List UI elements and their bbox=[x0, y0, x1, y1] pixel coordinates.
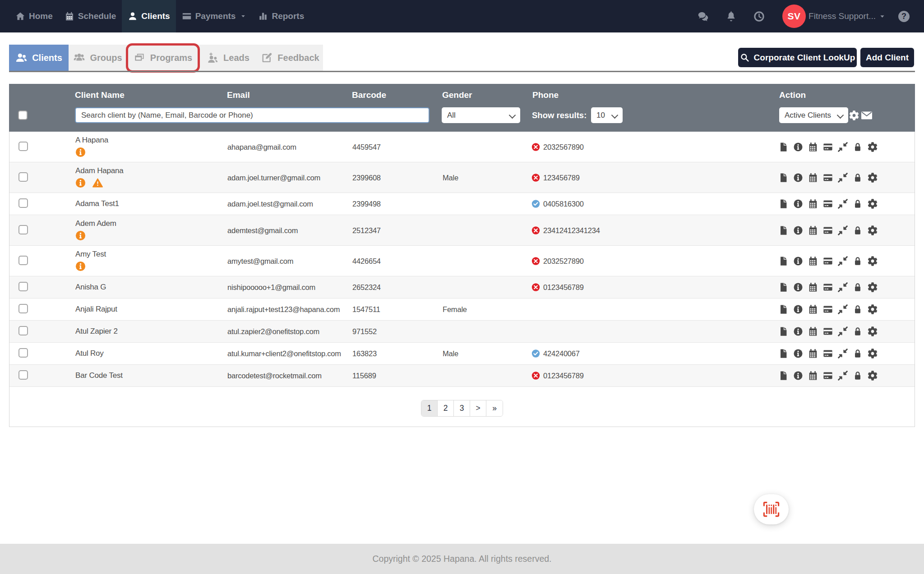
gear-icon[interactable] bbox=[868, 173, 878, 183]
select-all-checkbox[interactable] bbox=[18, 110, 28, 120]
row-checkbox[interactable] bbox=[18, 172, 28, 182]
calendar-icon[interactable] bbox=[808, 225, 818, 235]
compress-icon[interactable] bbox=[838, 304, 848, 314]
credit-card-icon[interactable] bbox=[823, 173, 833, 183]
credit-card-icon[interactable] bbox=[823, 256, 833, 266]
row-checkbox[interactable] bbox=[18, 326, 28, 335]
file-icon[interactable] bbox=[778, 349, 788, 358]
tab-clients[interactable]: Clients bbox=[9, 45, 69, 71]
nav-item-schedule[interactable]: Schedule bbox=[59, 0, 122, 32]
gear-icon[interactable] bbox=[868, 349, 878, 358]
lock-icon[interactable] bbox=[853, 349, 863, 358]
clock-icon[interactable] bbox=[753, 11, 765, 22]
credit-card-icon[interactable] bbox=[823, 349, 833, 358]
gear-icon[interactable] bbox=[868, 304, 878, 314]
row-checkbox[interactable] bbox=[18, 142, 28, 151]
add-client-button[interactable]: Add Client bbox=[860, 48, 914, 67]
file-icon[interactable] bbox=[778, 173, 788, 183]
notifications-bell-icon[interactable] bbox=[725, 11, 737, 22]
info-icon[interactable] bbox=[793, 256, 803, 266]
compress-icon[interactable] bbox=[838, 225, 848, 235]
compress-icon[interactable] bbox=[838, 326, 848, 336]
client-name[interactable]: Anisha G bbox=[75, 283, 106, 292]
info-badge-icon[interactable] bbox=[75, 178, 86, 188]
page->[interactable]: > bbox=[470, 400, 486, 416]
corporate-client-lookup-button[interactable]: Corporate Client LookUp bbox=[738, 48, 857, 67]
page-3[interactable]: 3 bbox=[454, 400, 470, 416]
barcode-scan-fab[interactable] bbox=[754, 494, 789, 524]
credit-card-icon[interactable] bbox=[823, 225, 833, 235]
compress-icon[interactable] bbox=[838, 199, 848, 209]
gear-icon[interactable] bbox=[868, 371, 878, 381]
user-menu[interactable]: Fitness Support... bbox=[808, 11, 876, 21]
settings-gear-icon[interactable] bbox=[849, 110, 859, 120]
calendar-icon[interactable] bbox=[808, 256, 818, 266]
lock-icon[interactable] bbox=[853, 304, 863, 314]
lock-icon[interactable] bbox=[853, 326, 863, 336]
compress-icon[interactable] bbox=[838, 282, 848, 292]
compress-icon[interactable] bbox=[838, 256, 848, 266]
messages-icon[interactable] bbox=[698, 11, 709, 22]
gear-icon[interactable] bbox=[868, 326, 878, 336]
file-icon[interactable] bbox=[778, 142, 788, 152]
client-name[interactable]: Adem Adem bbox=[75, 219, 116, 228]
client-name[interactable]: Bar Code Test bbox=[75, 371, 123, 380]
credit-card-icon[interactable] bbox=[823, 326, 833, 336]
tab-leads[interactable]: Leads bbox=[199, 45, 257, 71]
row-checkbox[interactable] bbox=[18, 304, 28, 313]
info-icon[interactable] bbox=[793, 304, 803, 314]
calendar-icon[interactable] bbox=[808, 304, 818, 314]
client-status-select[interactable]: Active Clients bbox=[779, 107, 848, 123]
compress-icon[interactable] bbox=[838, 142, 848, 152]
row-checkbox[interactable] bbox=[18, 370, 28, 380]
info-icon[interactable] bbox=[793, 349, 803, 358]
email-envelope-icon[interactable] bbox=[861, 110, 873, 121]
info-icon[interactable] bbox=[793, 199, 803, 209]
client-name[interactable]: Adama Test1 bbox=[75, 199, 119, 208]
credit-card-icon[interactable] bbox=[823, 199, 833, 209]
info-badge-icon[interactable] bbox=[75, 230, 86, 241]
info-badge-icon[interactable] bbox=[75, 261, 86, 271]
compress-icon[interactable] bbox=[838, 349, 848, 358]
row-checkbox[interactable] bbox=[18, 348, 28, 358]
lock-icon[interactable] bbox=[853, 225, 863, 235]
gear-icon[interactable] bbox=[868, 256, 878, 266]
file-icon[interactable] bbox=[778, 199, 788, 209]
row-checkbox[interactable] bbox=[18, 256, 28, 265]
client-name[interactable]: Atul Roy bbox=[75, 349, 104, 358]
credit-card-icon[interactable] bbox=[823, 142, 833, 152]
file-icon[interactable] bbox=[778, 225, 788, 235]
nav-item-clients[interactable]: Clients bbox=[122, 0, 176, 32]
nav-item-payments[interactable]: Payments bbox=[176, 0, 253, 32]
page-2[interactable]: 2 bbox=[438, 400, 454, 416]
lock-icon[interactable] bbox=[853, 371, 863, 381]
show-results-select[interactable]: 10 bbox=[591, 107, 623, 123]
row-checkbox[interactable] bbox=[18, 198, 28, 208]
page-»[interactable]: » bbox=[486, 400, 503, 416]
info-icon[interactable] bbox=[793, 142, 803, 152]
client-name[interactable]: Atul Zapier 2 bbox=[75, 327, 118, 336]
calendar-icon[interactable] bbox=[808, 282, 818, 292]
calendar-icon[interactable] bbox=[808, 349, 818, 358]
lock-icon[interactable] bbox=[853, 199, 863, 209]
search-input[interactable] bbox=[75, 107, 430, 123]
info-icon[interactable] bbox=[793, 371, 803, 381]
client-name[interactable]: Anjali Rajput bbox=[75, 305, 117, 314]
credit-card-icon[interactable] bbox=[823, 371, 833, 381]
row-checkbox[interactable] bbox=[18, 282, 28, 291]
gear-icon[interactable] bbox=[868, 142, 878, 152]
avatar[interactable]: SV bbox=[782, 5, 806, 28]
lock-icon[interactable] bbox=[853, 142, 863, 152]
gear-icon[interactable] bbox=[868, 282, 878, 292]
warning-badge-icon[interactable] bbox=[92, 178, 103, 188]
file-icon[interactable] bbox=[778, 326, 788, 336]
client-name[interactable]: Adam Hapana bbox=[75, 166, 123, 175]
compress-icon[interactable] bbox=[838, 371, 848, 381]
calendar-icon[interactable] bbox=[808, 326, 818, 336]
file-icon[interactable] bbox=[778, 256, 788, 266]
gear-icon[interactable] bbox=[868, 199, 878, 209]
credit-card-icon[interactable] bbox=[823, 304, 833, 314]
calendar-icon[interactable] bbox=[808, 173, 818, 183]
file-icon[interactable] bbox=[778, 282, 788, 292]
lock-icon[interactable] bbox=[853, 173, 863, 183]
